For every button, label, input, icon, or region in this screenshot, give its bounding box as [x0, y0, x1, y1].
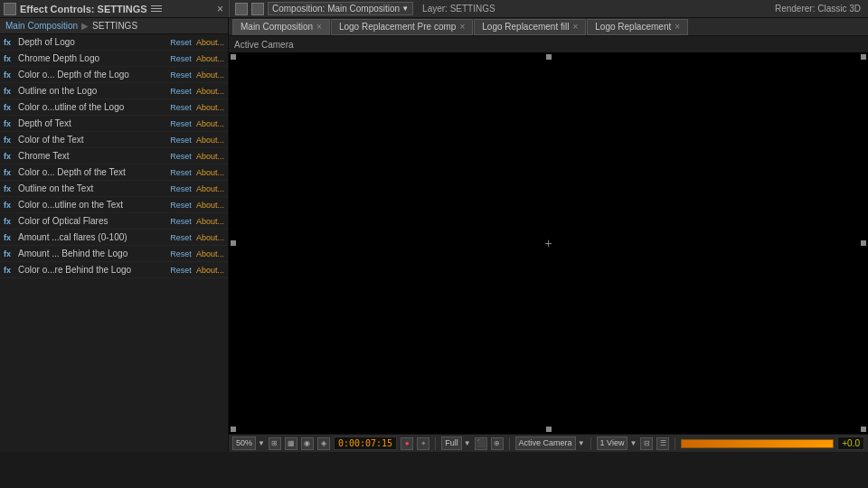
comp-tab-close-button[interactable]: × — [675, 22, 680, 32]
effect-about-button[interactable]: About... — [195, 217, 224, 226]
effect-name: Color of the Text — [18, 135, 166, 145]
comp-tab[interactable]: Logo Replacement Pre comp× — [331, 19, 473, 35]
effect-about-button[interactable]: About... — [195, 168, 224, 177]
effect-reset-button[interactable]: Reset — [168, 38, 193, 47]
effect-reset-button[interactable]: Reset — [168, 168, 193, 177]
comp-tab-close-button[interactable]: × — [459, 22, 465, 32]
effects-list: fxDepth of LogoResetAbout...fxChrome Dep… — [0, 34, 228, 452]
zoom-control[interactable]: 50% ▼ — [232, 436, 265, 450]
camera-control[interactable]: Active Camera ▼ — [515, 436, 585, 450]
panel-menu-button[interactable] — [151, 3, 164, 15]
timecode-display[interactable]: 0:00:07:15 — [334, 436, 397, 450]
effect-row: fxAmount ...cal flares (0-100)ResetAbout… — [0, 230, 228, 246]
effect-about-button[interactable]: About... — [195, 266, 224, 275]
toggle-button[interactable]: ◉ — [301, 437, 314, 450]
effect-reset-button[interactable]: Reset — [168, 87, 193, 96]
canvas-area[interactable] — [229, 52, 868, 434]
effect-name: Color o... Depth of the Text — [18, 167, 166, 177]
record-button[interactable]: ● — [401, 437, 413, 450]
effect-name: Color of Optical Flares — [18, 216, 166, 226]
effect-reset-button[interactable]: Reset — [168, 217, 193, 226]
effect-about-button[interactable]: About... — [195, 136, 224, 145]
comp-tab[interactable]: Logo Replacement fill× — [474, 19, 586, 35]
handle-bottom-mid — [546, 427, 552, 432]
effect-reset-button[interactable]: Reset — [168, 70, 193, 80]
effect-reset-button[interactable]: Reset — [168, 184, 193, 193]
comp-tab-label: Main Composition — [241, 22, 313, 32]
effect-about-button[interactable]: About... — [195, 103, 224, 112]
quality-dropdown[interactable]: Full — [441, 436, 462, 450]
comp-tab-close-button[interactable]: × — [572, 22, 578, 32]
effect-reset-button[interactable]: Reset — [168, 201, 193, 210]
effect-row: fxColor of Optical FlaresResetAbout... — [0, 213, 228, 230]
effect-reset-button[interactable]: Reset — [168, 249, 193, 258]
effect-reset-button[interactable]: Reset — [168, 54, 193, 63]
effect-reset-button[interactable]: Reset — [168, 103, 193, 112]
view-control[interactable]: 1 View ▼ — [597, 436, 637, 450]
comp-tab[interactable]: Logo Replacement× — [587, 19, 688, 35]
handle-top-mid — [546, 54, 552, 60]
handle-mid-left — [231, 240, 236, 246]
mask-button[interactable]: ◈ — [317, 437, 330, 450]
crosshair — [543, 238, 554, 249]
effect-row: fxColor o... Depth of the LogoResetAbout… — [0, 67, 228, 83]
breadcrumb-main-comp[interactable]: Main Composition — [5, 21, 78, 31]
effect-row: fxDepth of TextResetAbout... — [0, 116, 228, 132]
quality-control[interactable]: Full ▼ — [441, 436, 470, 450]
channel-button[interactable]: ☰ — [656, 437, 669, 450]
composition-header: Composition: Main Composition ▼ Layer: S… — [235, 2, 864, 15]
panel-title: Effect Controls: SETTINGS — [20, 4, 147, 14]
fx-badge: fx — [4, 217, 16, 226]
fx-badge: fx — [4, 103, 16, 112]
handle-bottom-right — [861, 427, 866, 432]
effect-row: fxColor o...re Behind the LogoResetAbout… — [0, 262, 228, 278]
exposure-bar[interactable] — [681, 439, 834, 448]
grid-button[interactable]: ▦ — [285, 437, 297, 450]
view-arrow-icon: ▼ — [629, 439, 637, 447]
handle-top-right — [861, 54, 866, 60]
effect-about-button[interactable]: About... — [195, 54, 224, 63]
main-layout: Main Composition ▶ SETTINGS fxDepth of L… — [0, 18, 868, 452]
fx-badge: fx — [4, 152, 16, 161]
handle-top-left — [231, 54, 236, 60]
zoom-dropdown[interactable]: 50% — [232, 436, 256, 450]
camera-dropdown[interactable]: Active Camera — [515, 436, 576, 450]
composition-icon — [235, 3, 248, 15]
camera-arrow-icon: ▼ — [578, 439, 585, 447]
effect-about-button[interactable]: About... — [195, 119, 224, 128]
comp-tab[interactable]: Main Composition× — [232, 19, 330, 35]
effect-about-button[interactable]: About... — [195, 201, 224, 210]
effect-reset-button[interactable]: Reset — [168, 233, 193, 242]
breadcrumb-settings: SETTINGS — [92, 21, 137, 31]
effect-row: fxColor o... Depth of the TextResetAbout… — [0, 164, 228, 181]
fx-badge: fx — [4, 136, 16, 145]
snap-button[interactable]: ⌖ — [417, 437, 429, 450]
effect-reset-button[interactable]: Reset — [168, 136, 193, 145]
effect-about-button[interactable]: About... — [195, 38, 224, 47]
separator-3 — [590, 437, 591, 450]
color-mode-button[interactable]: ⬛ — [475, 437, 487, 450]
fit-button[interactable]: ⊞ — [269, 437, 281, 450]
effect-about-button[interactable]: About... — [195, 249, 224, 258]
effect-about-button[interactable]: About... — [195, 184, 224, 193]
effect-reset-button[interactable]: Reset — [168, 152, 193, 161]
effect-reset-button[interactable]: Reset — [168, 266, 193, 275]
fx-badge: fx — [4, 184, 16, 193]
effect-name: Outline on the Logo — [18, 86, 166, 96]
view-dropdown[interactable]: 1 View — [597, 436, 628, 450]
fx-badge: fx — [4, 266, 16, 275]
effect-about-button[interactable]: About... — [195, 152, 224, 161]
layers-button[interactable]: ⊟ — [640, 437, 653, 450]
effect-about-button[interactable]: About... — [195, 233, 224, 242]
overlay-button[interactable]: ⊕ — [491, 437, 504, 450]
effect-about-button[interactable]: About... — [195, 70, 224, 80]
comp-tab-label: Logo Replacement Pre comp — [339, 22, 457, 32]
comp-tab-close-button[interactable]: × — [316, 22, 322, 32]
effect-name: Color o...utline of the Logo — [18, 102, 166, 112]
composition-dropdown[interactable]: Composition: Main Composition ▼ — [268, 2, 413, 15]
effect-about-button[interactable]: About... — [195, 87, 224, 96]
effect-reset-button[interactable]: Reset — [168, 119, 193, 128]
effect-row: fxOutline on the LogoResetAbout... — [0, 83, 228, 99]
effect-row: fxColor o...utline on the TextResetAbout… — [0, 197, 228, 213]
panel-close-button[interactable]: × — [217, 3, 223, 15]
